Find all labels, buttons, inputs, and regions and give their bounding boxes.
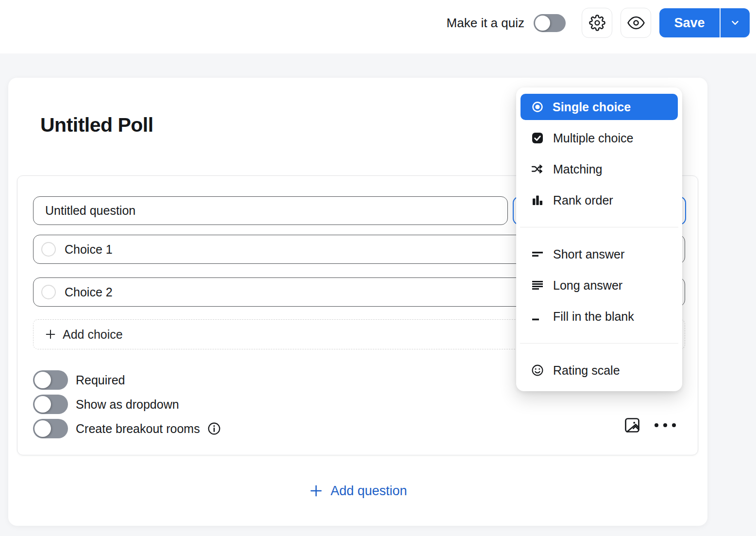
checkbox-icon (531, 131, 544, 145)
menu-item-long-answer[interactable]: Long answer (516, 270, 682, 301)
plus-icon (309, 484, 323, 498)
make-it-a-quiz-label: Make it a quiz (447, 16, 524, 31)
menu-item-label: Rating scale (553, 363, 620, 378)
bar-chart-icon (531, 193, 544, 207)
question-type-menu: Single choice Multiple choice (516, 87, 682, 391)
menu-item-label: Short answer (553, 247, 624, 261)
menu-item-short-answer[interactable]: Short answer (516, 239, 682, 270)
menu-item-label: Matching (553, 162, 602, 176)
poll-editor-page: Make it a quiz (0, 0, 756, 536)
choice-label: Choice 2 (65, 285, 113, 299)
required-label: Required (76, 373, 125, 387)
toggle-knob (535, 16, 550, 31)
menu-item-fill-in-the-blank[interactable]: Rating scale Fill in the blank (516, 301, 682, 332)
add-question-label: Add question (331, 484, 407, 499)
menu-item-multiple-choice[interactable]: Multiple choice (516, 122, 682, 154)
show-as-dropdown-label: Show as dropdown (76, 398, 179, 412)
show-as-dropdown-toggle[interactable] (33, 395, 68, 414)
menu-divider (520, 343, 678, 344)
add-image-button[interactable] (623, 416, 641, 434)
menu-item-label: Rank order (553, 193, 613, 207)
save-split-button: Save (659, 8, 750, 37)
menu-item-rating-scale[interactable]: Rating scale (516, 355, 682, 386)
menu-item-label: Fill in the blank (553, 310, 634, 324)
choice-label: Choice 1 (65, 242, 113, 257)
menu-item-rank-order[interactable]: Rank order (516, 185, 682, 216)
menu-item-label: Long answer (553, 278, 622, 293)
fill-blank-icon (531, 310, 544, 323)
shuffle-icon (531, 162, 544, 176)
plus-icon (44, 328, 57, 341)
settings-button[interactable] (582, 8, 612, 38)
make-it-a-quiz-toggle[interactable] (534, 14, 566, 32)
ellipsis-icon (654, 422, 677, 428)
menu-item-label: Single choice (553, 100, 631, 114)
long-answer-icon (531, 278, 544, 292)
required-toggle[interactable] (33, 370, 68, 390)
gear-icon (589, 15, 605, 31)
toggle-knob (34, 420, 51, 437)
radio-circle-icon[interactable] (41, 242, 56, 257)
menu-item-label: Multiple choice (553, 131, 633, 145)
eye-icon (627, 14, 645, 32)
toggle-knob (34, 372, 51, 388)
radio-icon (531, 100, 544, 114)
radio-circle-icon[interactable] (41, 285, 56, 299)
toggle-knob (34, 396, 51, 413)
add-choice-label: Add choice (63, 328, 123, 342)
preview-button[interactable] (621, 8, 651, 38)
info-icon[interactable] (207, 421, 221, 436)
add-question-button[interactable]: Add question (8, 476, 707, 505)
short-answer-icon (531, 247, 544, 261)
menu-item-matching[interactable]: Matching (516, 154, 682, 185)
create-breakout-rooms-label: Create breakout rooms (76, 422, 200, 436)
chevron-down-icon (729, 17, 741, 29)
top-toolbar: Make it a quiz (0, 0, 756, 53)
smiley-icon (531, 363, 544, 377)
save-label: Save (674, 16, 705, 31)
menu-divider (520, 227, 678, 227)
question-title-input[interactable] (33, 196, 508, 225)
save-dropdown-button[interactable] (721, 8, 750, 37)
image-icon (623, 416, 641, 434)
poll-title: Untitled Poll (40, 114, 153, 137)
create-breakout-rooms-toggle[interactable] (33, 419, 68, 438)
more-options-button[interactable] (654, 422, 677, 428)
save-button[interactable]: Save (659, 8, 720, 37)
menu-item-single-choice[interactable]: Single choice (521, 94, 678, 120)
